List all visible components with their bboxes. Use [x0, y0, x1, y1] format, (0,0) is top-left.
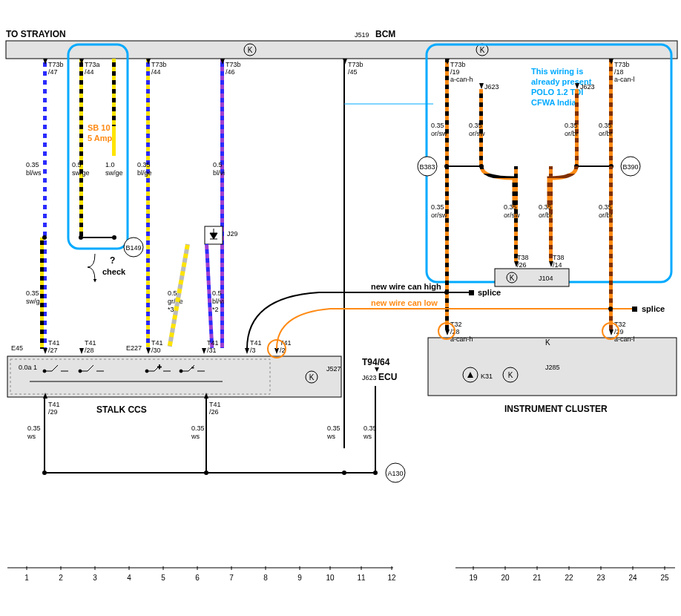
svg-point-103: [112, 235, 116, 240]
svg-text:bl/ge: bl/ge: [137, 169, 152, 177]
svg-text:/30: /30: [151, 347, 161, 354]
svg-text:A130: A130: [387, 470, 403, 477]
svg-rect-151: [632, 307, 637, 312]
svg-text:*2: *2: [212, 306, 219, 313]
annot-new-high: new wire can high: [371, 282, 441, 291]
svg-text:T38: T38: [517, 254, 529, 261]
label-e45: E45: [11, 344, 23, 352]
fuse-rating: 5 Amp: [88, 134, 112, 142]
svg-text:1.0: 1.0: [105, 161, 115, 168]
svg-text:0.35: 0.35: [27, 425, 41, 432]
svg-text:/44: /44: [85, 68, 94, 76]
svg-text:splice: splice: [478, 288, 501, 297]
svg-text:T41: T41: [85, 339, 96, 347]
svg-text:ws: ws: [326, 433, 335, 440]
svg-text:22: 22: [565, 574, 573, 582]
ref-line-1: [343, 59, 345, 448]
svg-text:-: -: [191, 363, 194, 371]
svg-text:0.35: 0.35: [431, 203, 444, 211]
svg-rect-158: [44, 399, 45, 473]
svg-text:0.35: 0.35: [504, 203, 517, 211]
fuse-id: SB 10: [88, 123, 111, 132]
svg-text:0.35: 0.35: [431, 122, 444, 129]
label-j285: J285: [545, 364, 560, 371]
svg-text:bl/ws: bl/ws: [26, 169, 42, 177]
svg-point-165: [373, 471, 378, 475]
svg-text:0.35: 0.35: [565, 122, 578, 129]
svg-text:/26: /26: [517, 261, 527, 269]
svg-text:0.35: 0.35: [363, 425, 377, 432]
annot-check: check: [102, 267, 126, 276]
svg-text:T41: T41: [151, 339, 163, 347]
svg-text:0.35: 0.35: [469, 122, 482, 129]
svg-text:8: 8: [263, 574, 268, 582]
svg-rect-41: [609, 166, 613, 330]
label-e227: E227: [126, 344, 142, 352]
svg-text:?: ?: [110, 255, 115, 266]
wiring-diagram: K K TO STRAYION J519 BCM This wiring isa…: [0, 0, 681, 616]
svg-text:/29: /29: [48, 408, 58, 416]
label-instrument-cluster: INSTRUMENT CLUSTER: [504, 404, 608, 414]
svg-text:0.35: 0.35: [539, 203, 552, 211]
svg-text:0.5: 0.5: [213, 161, 223, 168]
svg-point-119: [180, 370, 182, 373]
svg-point-163: [204, 471, 208, 475]
svg-rect-148: [469, 290, 474, 295]
svg-text:or/br: or/br: [539, 212, 553, 219]
svg-rect-27: [609, 59, 613, 166]
svg-text:/19: /19: [450, 68, 460, 76]
svg-text:or/sw: or/sw: [431, 212, 447, 219]
svg-text:or/sw: or/sw: [504, 212, 520, 219]
svg-text:T73a: T73a: [85, 61, 100, 68]
svg-text:K: K: [508, 371, 513, 379]
svg-point-153: [608, 307, 613, 311]
svg-text:3: 3: [93, 574, 97, 582]
svg-text:/14: /14: [553, 261, 562, 269]
annot-new-low: new wire can low: [371, 298, 438, 307]
svg-text:T73b: T73b: [450, 61, 466, 68]
label-j527: J527: [326, 365, 341, 373]
svg-rect-159: [205, 399, 207, 473]
svg-rect-19: [79, 59, 83, 237]
svg-text:T41: T41: [48, 339, 60, 347]
svg-text:or/sw: or/sw: [469, 130, 485, 137]
svg-point-108: [42, 235, 47, 240]
svg-text:T73b: T73b: [348, 61, 363, 68]
svg-text:12: 12: [387, 574, 396, 582]
svg-text:K: K: [510, 274, 515, 282]
svg-text:T38: T38: [553, 254, 565, 261]
svg-text:0.35: 0.35: [26, 161, 39, 168]
svg-text:6: 6: [195, 574, 200, 582]
svg-rect-100: [112, 126, 116, 156]
svg-text:J623: J623: [484, 83, 499, 91]
svg-text:/47: /47: [48, 68, 58, 76]
svg-text:7: 7: [229, 574, 234, 582]
label-j29: J29: [227, 230, 238, 237]
svg-text:B383: B383: [419, 163, 435, 171]
svg-text:a-can-h: a-can-h: [450, 76, 473, 83]
svg-text:K: K: [248, 46, 253, 54]
label-k: K: [545, 338, 550, 347]
svg-text:/45: /45: [348, 68, 358, 76]
svg-rect-107: [40, 237, 44, 349]
svg-text:or/sw: or/sw: [431, 130, 447, 137]
label-j104: J104: [539, 275, 553, 282]
j104-box: [495, 269, 569, 286]
svg-text:0.35: 0.35: [599, 203, 612, 211]
svg-text:0.5: 0.5: [212, 289, 222, 297]
overlay-fuse-box: [68, 45, 128, 249]
svg-text:10: 10: [326, 574, 335, 582]
svg-text:11: 11: [357, 574, 366, 582]
svg-text:/31: /31: [207, 347, 217, 354]
svg-text:a-can-h: a-can-h: [450, 335, 473, 343]
svg-point-162: [42, 471, 47, 475]
svg-text:20: 20: [501, 574, 510, 582]
svg-text:0.35: 0.35: [137, 161, 151, 168]
svg-text:bl/vi: bl/vi: [213, 169, 225, 177]
svg-text:B390: B390: [622, 163, 638, 171]
svg-text:K31: K31: [481, 373, 493, 380]
svg-text:/3: /3: [250, 347, 256, 354]
svg-text:24: 24: [628, 574, 637, 582]
svg-text:J623 ECU: J623 ECU: [362, 372, 397, 382]
svg-text:ws: ws: [191, 433, 200, 440]
